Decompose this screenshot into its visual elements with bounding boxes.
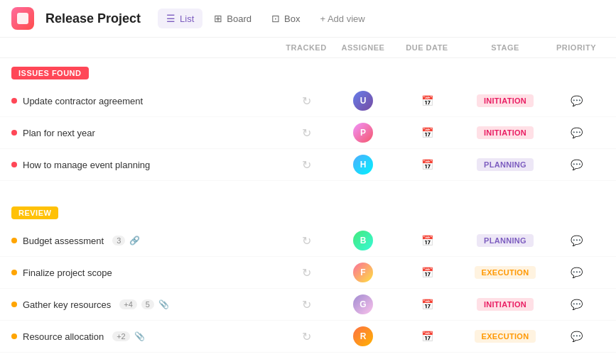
comment-icon: 💬: [571, 159, 583, 170]
due-date-cell[interactable]: 📅: [391, 159, 463, 170]
stage-cell[interactable]: PLANNING: [463, 234, 548, 247]
task-dot: [11, 270, 17, 275]
assignee-cell[interactable]: G: [335, 294, 391, 314]
track-icon: ↻: [302, 126, 311, 140]
status-badge: EXECUTION: [475, 266, 536, 279]
priority-cell[interactable]: 💬: [548, 267, 605, 278]
assignee-cell[interactable]: F: [335, 263, 391, 282]
task-name-cell: Gather key resources+45📎: [11, 299, 278, 310]
stage-cell[interactable]: EXECUTION: [463, 266, 548, 279]
track-icon: ↻: [302, 298, 311, 311]
table-row[interactable]: Plan for next year↻P📅INITIATION💬: [0, 117, 616, 149]
tab-board[interactable]: ⊞ Board: [205, 9, 260, 28]
table-row[interactable]: Budget assessment3🔗↻B📅PLANNING💬: [0, 225, 616, 257]
avatar: B: [353, 231, 373, 250]
task-title: Resource allocation: [23, 331, 104, 342]
col-priority: PRIORITY: [548, 43, 605, 52]
priority-cell[interactable]: 💬: [548, 331, 605, 342]
clip-icon: 📎: [134, 331, 145, 341]
tab-list[interactable]: ☰ List: [158, 9, 202, 28]
tab-box-label: Box: [284, 13, 300, 24]
due-date-cell[interactable]: 📅: [391, 267, 463, 278]
table-row[interactable]: Finalize project scope↻F📅EXECUTION💬: [0, 257, 616, 289]
status-badge: EXECUTION: [475, 330, 536, 343]
due-date-cell[interactable]: 📅: [391, 95, 463, 106]
comment-icon: 💬: [571, 95, 583, 106]
group-badge-review[interactable]: REVIEW: [11, 206, 58, 219]
calendar-icon: 📅: [421, 127, 433, 138]
add-view-label: + Add view: [320, 13, 364, 24]
tracked-cell[interactable]: ↻: [278, 158, 335, 172]
tracked-cell[interactable]: ↻: [278, 234, 335, 248]
table-row[interactable]: Gather key resources+45📎↻G📅INITIATION💬: [0, 289, 616, 321]
task-badge2: 5: [141, 299, 154, 309]
group-issues: ISSUES FOUNDUpdate contractor agreement↻…: [0, 58, 616, 192]
assignee-cell[interactable]: H: [335, 155, 391, 175]
comment-icon: 💬: [571, 331, 583, 342]
comment-icon: 💬: [571, 127, 583, 138]
priority-cell[interactable]: 💬: [548, 299, 605, 310]
group-review: REVIEWBudget assessment3🔗↻B📅PLANNING💬Fin…: [0, 198, 616, 364]
task-title: Gather key resources: [23, 299, 111, 310]
task-dot: [11, 302, 17, 307]
section-divider: [0, 181, 616, 192]
priority-cell[interactable]: 💬: [548, 127, 605, 138]
table-row[interactable]: Update contractor agreement↻U📅INITIATION…: [0, 85, 616, 117]
comment-icon: 💬: [571, 267, 583, 278]
col-stage: STAGE: [463, 43, 548, 52]
assignee-cell[interactable]: U: [335, 91, 391, 111]
stage-cell[interactable]: PLANNING: [463, 158, 548, 171]
add-view-button[interactable]: + Add view: [311, 9, 373, 28]
task-groups: ISSUES FOUNDUpdate contractor agreement↻…: [0, 58, 616, 364]
col-name: [11, 43, 278, 52]
stage-cell[interactable]: EXECUTION: [463, 330, 548, 343]
list-icon: ☰: [166, 13, 175, 24]
priority-cell[interactable]: 💬: [548, 159, 605, 170]
tracked-cell[interactable]: ↻: [278, 126, 335, 140]
tracked-cell[interactable]: ↻: [278, 94, 335, 108]
task-name-cell: How to manage event planning: [11, 160, 278, 170]
stage-cell[interactable]: INITIATION: [463, 126, 548, 139]
app-header: Release Project ☰ List ⊞ Board ⊡ Box + A…: [0, 0, 616, 38]
due-date-cell[interactable]: 📅: [391, 331, 463, 342]
due-date-cell[interactable]: 📅: [391, 235, 463, 246]
avatar: F: [353, 263, 373, 282]
task-dot: [11, 333, 17, 339]
task-name-cell: Budget assessment3🔗: [11, 236, 278, 246]
stage-cell[interactable]: INITIATION: [463, 94, 548, 107]
board-icon: ⊞: [214, 13, 222, 24]
clip-icon: 📎: [158, 299, 169, 309]
task-title: Plan for next year: [23, 128, 95, 138]
track-icon: ↻: [302, 330, 311, 343]
tracked-cell[interactable]: ↻: [278, 330, 335, 343]
priority-cell[interactable]: 💬: [548, 95, 605, 106]
app-logo: [11, 7, 34, 30]
task-badge: 3: [112, 236, 125, 246]
avatar: P: [353, 123, 373, 143]
calendar-icon: 📅: [421, 331, 433, 342]
project-title: Release Project: [45, 11, 141, 26]
assignee-cell[interactable]: P: [335, 123, 391, 143]
task-name-cell: Update contractor agreement: [11, 96, 278, 106]
tracked-cell[interactable]: ↻: [278, 266, 335, 280]
tab-box[interactable]: ⊡ Box: [263, 9, 308, 28]
calendar-icon: 📅: [421, 235, 433, 246]
task-badge: +2: [112, 331, 130, 341]
table-header: TRACKED ASSIGNEE DUE DATE STAGE PRIORITY: [0, 38, 616, 58]
stage-cell[interactable]: INITIATION: [463, 298, 548, 311]
priority-cell[interactable]: 💬: [548, 235, 605, 246]
assignee-cell[interactable]: R: [335, 326, 391, 346]
tracked-cell[interactable]: ↻: [278, 298, 335, 311]
table-row[interactable]: Resource allocation+2📎↻R📅EXECUTION💬: [0, 321, 616, 353]
avatar: U: [353, 91, 373, 111]
task-title: Finalize project scope: [23, 268, 112, 278]
group-label-row-issues: ISSUES FOUND: [0, 58, 616, 85]
due-date-cell[interactable]: 📅: [391, 299, 463, 310]
due-date-cell[interactable]: 📅: [391, 127, 463, 138]
table-row[interactable]: How to manage event planning↻H📅PLANNING💬: [0, 149, 616, 181]
assignee-cell[interactable]: B: [335, 231, 391, 250]
tab-list-label: List: [180, 13, 194, 24]
group-badge-issues[interactable]: ISSUES FOUND: [11, 67, 89, 79]
comment-icon: 💬: [571, 235, 583, 246]
task-meta: +2📎: [112, 331, 145, 341]
